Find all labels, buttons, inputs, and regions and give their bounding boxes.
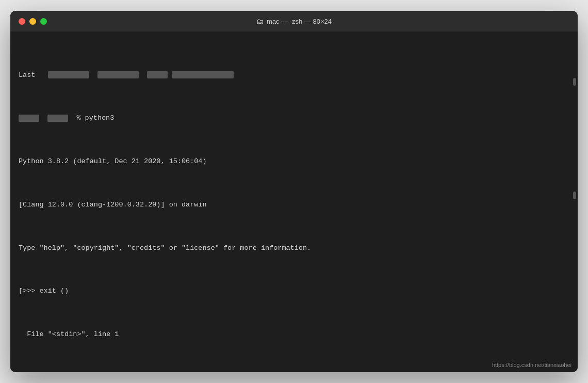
minimize-button[interactable]: [29, 18, 36, 25]
titlebar: 🗂 mac — -zsh — 80×24: [10, 11, 578, 31]
window-title: 🗂 mac — -zsh — 80×24: [256, 17, 332, 25]
scrollbar-top[interactable]: [573, 78, 576, 86]
maximize-button[interactable]: [40, 18, 47, 25]
terminal-line-1: Last: [19, 70, 569, 81]
title-icon: 🗂: [256, 17, 264, 25]
terminal-window: 🗂 mac — -zsh — 80×24 Last ‌% python3 Pyt…: [10, 11, 578, 372]
terminal-line-3: Python 3.8.2 (default, Dec 21 2020, 15:0…: [19, 156, 569, 167]
watermark: https://blog.csdn.net/tianxiaohei: [492, 362, 571, 368]
title-text: mac — -zsh — 80×24: [267, 18, 332, 25]
blurred-prompt-2: [47, 115, 68, 122]
terminal-body[interactable]: Last ‌% python3 Python 3.8.2 (default, D…: [10, 31, 578, 372]
terminal-content: Last ‌% python3 Python 3.8.2 (default, D…: [19, 38, 569, 372]
blurred-text-2: [97, 71, 139, 78]
blurred-text-3: [147, 71, 168, 78]
blurred-text-1: [48, 71, 89, 78]
blurred-text-4: [172, 71, 234, 78]
close-button[interactable]: [19, 18, 25, 25]
terminal-line-7: File "<stdin>", line 1: [19, 329, 569, 340]
terminal-line-5: Type "help", "copyright", "credits" or "…: [19, 243, 569, 254]
terminal-line-2: ‌% python3: [19, 113, 569, 124]
terminal-line-6: [>>> exit (): [19, 286, 569, 297]
scrollbar-bottom[interactable]: [573, 191, 576, 199]
blurred-prompt-1: [19, 115, 39, 122]
terminal-line-4: [Clang 12.0.0 (clang-1200.0.32.29)] on d…: [19, 200, 569, 211]
traffic-lights: [19, 18, 47, 25]
